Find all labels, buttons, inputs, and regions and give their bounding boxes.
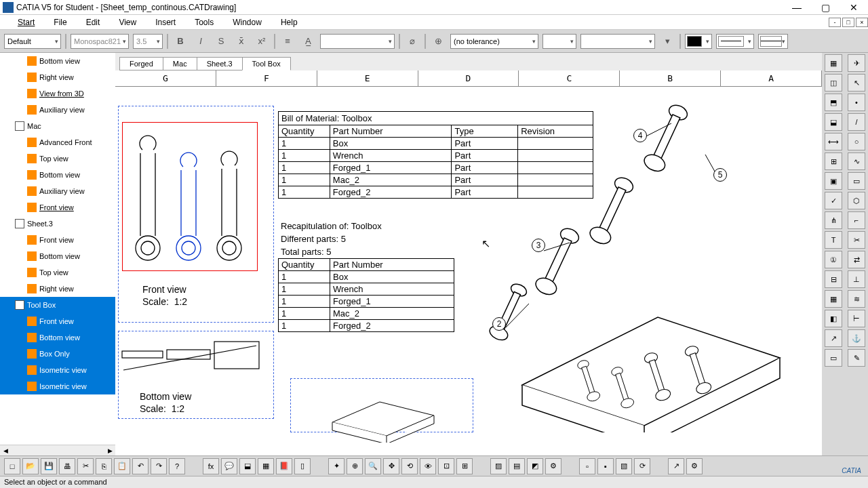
drawing-canvas[interactable]: GFEDCBA <box>115 70 822 455</box>
tree-item[interactable]: Mac <box>0 118 115 134</box>
rotate-button[interactable]: ⟲ <box>401 458 418 474</box>
tab-toolbox[interactable]: Tool Box <box>242 57 291 70</box>
tree-item[interactable]: Isometric view <box>0 362 115 378</box>
mdi-close[interactable]: × <box>856 18 868 27</box>
vt-corner[interactable]: ⌐ <box>848 211 865 229</box>
tree-item[interactable]: Auxiliary view <box>0 183 115 199</box>
print-button[interactable]: 🖶 <box>59 458 75 474</box>
frame-combo[interactable] <box>320 34 395 49</box>
tree-item[interactable]: Front view <box>0 199 115 216</box>
vt-tol[interactable]: ⊞ <box>825 152 842 170</box>
tree-item[interactable]: Box Only <box>0 346 115 362</box>
open-button[interactable]: 📂 <box>22 458 39 474</box>
fx-button[interactable]: fx <box>203 458 219 474</box>
tree-item[interactable]: Auxiliary view <box>0 102 115 118</box>
zoomin-button[interactable]: 🔍 <box>365 458 381 474</box>
vt-point[interactable]: • <box>848 94 865 111</box>
fit-button[interactable]: ⊕ <box>347 458 363 474</box>
vt-balloon[interactable]: ① <box>825 251 842 268</box>
tab-forged[interactable]: Forged <box>119 57 163 70</box>
strike-button[interactable]: S <box>213 33 229 49</box>
law-button[interactable]: ⬓ <box>239 458 256 474</box>
vt-text[interactable]: T <box>825 231 842 249</box>
sheet-bg-button[interactable]: ▪ <box>597 458 614 474</box>
vt-edit[interactable]: ✎ <box>848 349 865 367</box>
tree-item[interactable]: Bottom view <box>0 167 115 183</box>
vt-datum[interactable]: ▣ <box>825 172 842 190</box>
vt-constraint[interactable]: ⊢ <box>848 310 865 327</box>
look-button[interactable]: 👁 <box>420 458 436 474</box>
superscript-button[interactable]: x² <box>254 33 270 49</box>
paste-button[interactable]: 📋 <box>114 458 130 474</box>
linetype-combo[interactable] <box>716 34 754 49</box>
tree-item[interactable]: Advanced Front <box>0 134 115 150</box>
vt-circle[interactable]: ○ <box>848 133 865 150</box>
menu-start[interactable]: Start <box>8 16 44 28</box>
tree-item[interactable]: Top view <box>0 264 115 281</box>
tree-item[interactable]: Right view <box>0 69 115 85</box>
catalog-button[interactable]: 📕 <box>276 458 292 474</box>
menu-file[interactable]: File <box>44 16 76 28</box>
close-button[interactable]: ✕ <box>840 0 868 15</box>
vt-fly[interactable]: ✈ <box>848 54 865 72</box>
tab-mac[interactable]: Mac <box>163 57 197 70</box>
minimize-button[interactable]: — <box>783 0 811 15</box>
undo-button[interactable]: ↶ <box>132 458 149 474</box>
anchor-button[interactable]: A̲ <box>300 33 316 49</box>
new-button[interactable]: □ <box>4 458 20 474</box>
vt-spline[interactable]: ∿ <box>848 152 865 170</box>
pan-button[interactable]: ✥ <box>383 458 399 474</box>
vt-view[interactable]: ◫ <box>825 74 842 92</box>
mdi-min[interactable]: - <box>829 18 841 27</box>
tree-item[interactable]: Bottom view <box>0 329 115 346</box>
symbol-button[interactable]: ⌀ <box>404 33 420 49</box>
menu-view[interactable]: View <box>109 16 146 28</box>
tree-item[interactable]: Front view <box>0 232 115 248</box>
menu-help[interactable]: Help <box>271 16 307 28</box>
vt-rect[interactable]: ▭ <box>848 172 865 190</box>
comment-button[interactable]: 💬 <box>221 458 237 474</box>
menu-edit[interactable]: Edit <box>77 16 110 28</box>
tree-item[interactable]: Bottom view <box>0 53 115 69</box>
cut-button[interactable]: ✂ <box>77 458 94 474</box>
color-combo[interactable] <box>685 34 712 49</box>
vt-grid[interactable]: ▦ <box>825 290 842 308</box>
vt-line[interactable]: / <box>848 113 865 131</box>
vt-weld[interactable]: ⋔ <box>825 211 842 229</box>
vt-table[interactable]: ⊟ <box>825 270 842 288</box>
sheet-new-button[interactable]: ▫ <box>579 458 595 474</box>
vt-fix[interactable]: ⚓ <box>848 329 865 347</box>
vt-unfold[interactable]: ⬓ <box>825 113 842 131</box>
axis-button[interactable]: ✦ <box>328 458 344 474</box>
vt-frame2[interactable]: ▭ <box>825 349 842 367</box>
vt-area[interactable]: ◧ <box>825 310 842 327</box>
tree-item[interactable]: Front view <box>0 313 115 329</box>
mdi-max[interactable]: □ <box>842 18 854 27</box>
insert-button[interactable]: ⊕ <box>430 33 446 49</box>
knowledge-button[interactable]: ▦ <box>258 458 274 474</box>
whatsthis-button[interactable]: ? <box>169 458 185 474</box>
tree-item[interactable]: Sheet.3 <box>0 216 115 232</box>
wire-button[interactable]: ▤ <box>509 458 525 474</box>
option-button[interactable]: ⚙ <box>686 458 703 474</box>
vt-trim[interactable]: ✂ <box>848 231 865 249</box>
save-button[interactable]: 💾 <box>41 458 57 474</box>
shade-button[interactable]: ▨ <box>490 458 507 474</box>
copy-button[interactable]: ⎘ <box>96 458 112 474</box>
tol-val-combo[interactable] <box>542 34 576 49</box>
vt-profile[interactable]: ⬡ <box>848 192 865 209</box>
menu-tools[interactable]: Tools <box>185 16 223 28</box>
maximize-button[interactable]: ▢ <box>811 0 840 15</box>
unit-button[interactable]: ▾ <box>659 33 675 49</box>
update-button[interactable]: ⟳ <box>634 458 650 474</box>
tree-item[interactable]: Bottom view <box>0 248 115 264</box>
vt-project[interactable]: ⊥ <box>848 270 865 288</box>
hlr-button[interactable]: ◩ <box>527 458 543 474</box>
align-button[interactable]: ≡ <box>279 33 296 49</box>
sheet-ed-button[interactable]: ▧ <box>616 458 632 474</box>
custom-button[interactable]: ⚙ <box>545 458 561 474</box>
menu-insert[interactable]: Insert <box>146 16 185 28</box>
vt-mirror[interactable]: ⇄ <box>848 251 865 268</box>
tree-item[interactable]: Top view <box>0 150 115 167</box>
dim-combo[interactable] <box>580 34 655 49</box>
